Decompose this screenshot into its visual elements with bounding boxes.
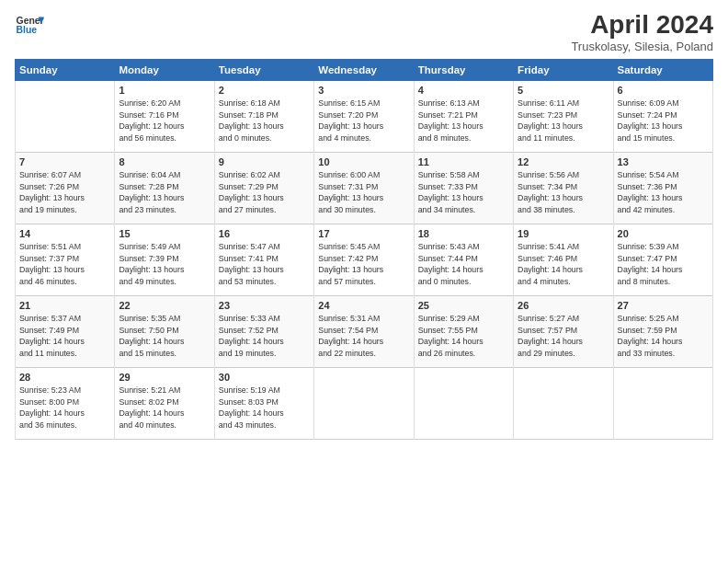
- day-number: 29: [119, 372, 210, 383]
- day-info: Sunrise: 6:15 AM Sunset: 7:20 PM Dayligh…: [318, 98, 409, 144]
- day-number: 24: [318, 300, 409, 311]
- calendar-cell: 22Sunrise: 5:35 AM Sunset: 7:50 PM Dayli…: [115, 295, 214, 367]
- day-info: Sunrise: 5:43 AM Sunset: 7:44 PM Dayligh…: [418, 241, 509, 288]
- calendar-cell: 29Sunrise: 5:21 AM Sunset: 8:02 PM Dayli…: [115, 367, 214, 439]
- calendar-week-3: 14Sunrise: 5:51 AM Sunset: 7:37 PM Dayli…: [16, 224, 713, 295]
- calendar-cell: [414, 367, 513, 439]
- day-info: Sunrise: 5:21 AM Sunset: 8:02 PM Dayligh…: [119, 385, 210, 431]
- calendar-cell: 27Sunrise: 5:25 AM Sunset: 7:59 PM Dayli…: [613, 295, 712, 367]
- calendar-cell: 16Sunrise: 5:47 AM Sunset: 7:41 PM Dayli…: [214, 224, 313, 295]
- day-info: Sunrise: 5:29 AM Sunset: 7:55 PM Dayligh…: [418, 313, 509, 360]
- day-number: 12: [518, 156, 609, 167]
- day-info: Sunrise: 5:51 AM Sunset: 7:37 PM Dayligh…: [19, 241, 110, 288]
- day-number: 14: [19, 228, 110, 239]
- day-info: Sunrise: 5:31 AM Sunset: 7:54 PM Dayligh…: [318, 313, 409, 360]
- calendar-cell: 13Sunrise: 5:54 AM Sunset: 7:36 PM Dayli…: [613, 152, 712, 224]
- day-number: 20: [618, 228, 709, 239]
- day-number: 16: [219, 228, 310, 239]
- col-thursday: Thursday: [414, 59, 513, 80]
- day-info: Sunrise: 6:13 AM Sunset: 7:21 PM Dayligh…: [418, 98, 509, 144]
- day-info: Sunrise: 5:47 AM Sunset: 7:41 PM Dayligh…: [219, 241, 310, 288]
- col-saturday: Saturday: [613, 59, 712, 80]
- calendar-cell: 11Sunrise: 5:58 AM Sunset: 7:33 PM Dayli…: [414, 152, 513, 224]
- day-number: 1: [119, 85, 210, 96]
- day-number: 22: [119, 300, 210, 311]
- day-number: 27: [618, 300, 709, 311]
- location-subtitle: Truskolasy, Silesia, Poland: [571, 40, 713, 53]
- calendar-week-1: 1Sunrise: 6:20 AM Sunset: 7:16 PM Daylig…: [16, 80, 713, 152]
- calendar-cell: 1Sunrise: 6:20 AM Sunset: 7:16 PM Daylig…: [115, 80, 214, 152]
- calendar-cell: 20Sunrise: 5:39 AM Sunset: 7:47 PM Dayli…: [613, 224, 712, 295]
- calendar-cell: 26Sunrise: 5:27 AM Sunset: 7:57 PM Dayli…: [514, 295, 613, 367]
- day-info: Sunrise: 5:56 AM Sunset: 7:34 PM Dayligh…: [518, 169, 609, 216]
- day-info: Sunrise: 6:09 AM Sunset: 7:24 PM Dayligh…: [618, 98, 709, 144]
- calendar-week-2: 7Sunrise: 6:07 AM Sunset: 7:26 PM Daylig…: [16, 152, 713, 224]
- logo-icon: General Blue: [15, 11, 44, 40]
- day-number: 3: [318, 85, 409, 96]
- calendar-cell: 7Sunrise: 6:07 AM Sunset: 7:26 PM Daylig…: [16, 152, 115, 224]
- day-info: Sunrise: 6:00 AM Sunset: 7:31 PM Dayligh…: [318, 169, 409, 216]
- day-number: 23: [219, 300, 310, 311]
- calendar-cell: 5Sunrise: 6:11 AM Sunset: 7:23 PM Daylig…: [514, 80, 613, 152]
- day-number: 13: [618, 156, 709, 167]
- calendar-cell: [514, 367, 613, 439]
- day-info: Sunrise: 5:39 AM Sunset: 7:47 PM Dayligh…: [618, 241, 709, 288]
- title-block: April 2024 Truskolasy, Silesia, Poland: [571, 11, 713, 53]
- calendar-cell: 9Sunrise: 6:02 AM Sunset: 7:29 PM Daylig…: [214, 152, 313, 224]
- day-info: Sunrise: 6:20 AM Sunset: 7:16 PM Dayligh…: [119, 98, 210, 144]
- day-number: 5: [518, 85, 609, 96]
- calendar-cell: 21Sunrise: 5:37 AM Sunset: 7:49 PM Dayli…: [16, 295, 115, 367]
- day-info: Sunrise: 5:27 AM Sunset: 7:57 PM Dayligh…: [518, 313, 609, 360]
- calendar-cell: 2Sunrise: 6:18 AM Sunset: 7:18 PM Daylig…: [214, 80, 313, 152]
- calendar-cell: 25Sunrise: 5:29 AM Sunset: 7:55 PM Dayli…: [414, 295, 513, 367]
- day-number: 28: [19, 372, 110, 383]
- day-info: Sunrise: 5:25 AM Sunset: 7:59 PM Dayligh…: [618, 313, 709, 360]
- day-number: 30: [219, 372, 310, 383]
- calendar-cell: 24Sunrise: 5:31 AM Sunset: 7:54 PM Dayli…: [314, 295, 414, 367]
- calendar-cell: 10Sunrise: 6:00 AM Sunset: 7:31 PM Dayli…: [314, 152, 414, 224]
- day-info: Sunrise: 5:35 AM Sunset: 7:50 PM Dayligh…: [119, 313, 210, 360]
- header: General Blue April 2024 Truskolasy, Sile…: [15, 11, 713, 53]
- page: General Blue April 2024 Truskolasy, Sile…: [0, 0, 728, 563]
- col-sunday: Sunday: [16, 59, 115, 80]
- month-title: April 2024: [571, 11, 713, 40]
- calendar-week-4: 21Sunrise: 5:37 AM Sunset: 7:49 PM Dayli…: [16, 295, 713, 367]
- col-monday: Monday: [115, 59, 214, 80]
- header-row: Sunday Monday Tuesday Wednesday Thursday…: [16, 59, 713, 80]
- day-number: 25: [418, 300, 509, 311]
- day-info: Sunrise: 5:33 AM Sunset: 7:52 PM Dayligh…: [219, 313, 310, 360]
- calendar-cell: 28Sunrise: 5:23 AM Sunset: 8:00 PM Dayli…: [16, 367, 115, 439]
- day-info: Sunrise: 5:23 AM Sunset: 8:00 PM Dayligh…: [19, 385, 110, 431]
- day-info: Sunrise: 5:49 AM Sunset: 7:39 PM Dayligh…: [119, 241, 210, 288]
- day-info: Sunrise: 5:37 AM Sunset: 7:49 PM Dayligh…: [19, 313, 110, 360]
- day-info: Sunrise: 6:07 AM Sunset: 7:26 PM Dayligh…: [19, 169, 110, 216]
- day-info: Sunrise: 6:02 AM Sunset: 7:29 PM Dayligh…: [219, 169, 310, 216]
- day-info: Sunrise: 5:19 AM Sunset: 8:03 PM Dayligh…: [219, 385, 310, 431]
- day-number: 7: [19, 156, 110, 167]
- day-number: 2: [219, 85, 310, 96]
- logo: General Blue: [15, 11, 44, 40]
- calendar-cell: 19Sunrise: 5:41 AM Sunset: 7:46 PM Dayli…: [514, 224, 613, 295]
- day-info: Sunrise: 5:45 AM Sunset: 7:42 PM Dayligh…: [318, 241, 409, 288]
- day-number: 21: [19, 300, 110, 311]
- day-info: Sunrise: 5:54 AM Sunset: 7:36 PM Dayligh…: [618, 169, 709, 216]
- calendar-cell: 30Sunrise: 5:19 AM Sunset: 8:03 PM Dayli…: [214, 367, 313, 439]
- day-number: 26: [518, 300, 609, 311]
- calendar-cell: 14Sunrise: 5:51 AM Sunset: 7:37 PM Dayli…: [16, 224, 115, 295]
- day-info: Sunrise: 6:11 AM Sunset: 7:23 PM Dayligh…: [518, 98, 609, 144]
- calendar-week-5: 28Sunrise: 5:23 AM Sunset: 8:00 PM Dayli…: [16, 367, 713, 439]
- day-number: 10: [318, 156, 409, 167]
- calendar-cell: 4Sunrise: 6:13 AM Sunset: 7:21 PM Daylig…: [414, 80, 513, 152]
- calendar-cell: 17Sunrise: 5:45 AM Sunset: 7:42 PM Dayli…: [314, 224, 414, 295]
- day-info: Sunrise: 6:18 AM Sunset: 7:18 PM Dayligh…: [219, 98, 310, 144]
- col-tuesday: Tuesday: [214, 59, 313, 80]
- day-number: 17: [318, 228, 409, 239]
- day-info: Sunrise: 6:04 AM Sunset: 7:28 PM Dayligh…: [119, 169, 210, 216]
- day-number: 6: [618, 85, 709, 96]
- day-number: 11: [418, 156, 509, 167]
- day-number: 15: [119, 228, 210, 239]
- day-number: 18: [418, 228, 509, 239]
- calendar-cell: [16, 80, 115, 152]
- svg-text:Blue: Blue: [17, 25, 38, 35]
- calendar-table: Sunday Monday Tuesday Wednesday Thursday…: [15, 59, 713, 440]
